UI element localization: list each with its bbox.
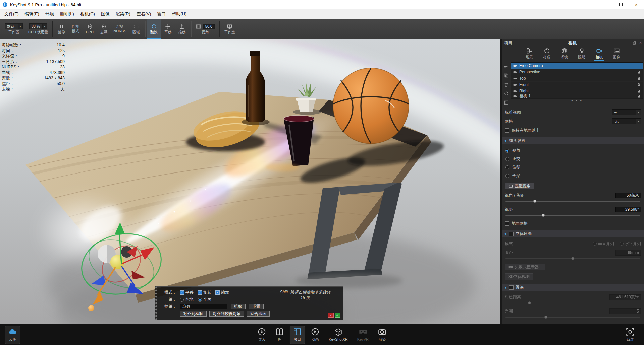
close-panel-icon[interactable]: × bbox=[639, 41, 642, 45]
confirm-button[interactable]: ✓ bbox=[335, 313, 340, 318]
lens-mode-radio[interactable]: 视角 bbox=[505, 148, 640, 153]
performance-mode-button[interactable]: 性能模式 bbox=[68, 19, 83, 39]
render-nurbs-button[interactable]: 渲染NURBS bbox=[111, 19, 129, 39]
pivot-input[interactable] bbox=[180, 304, 227, 309]
slider-handle[interactable] bbox=[533, 200, 536, 203]
camera-row[interactable]: Top bbox=[511, 75, 643, 82]
tab-environment[interactable]: 环境 bbox=[559, 47, 569, 61]
fov-slider[interactable] bbox=[505, 213, 640, 217]
workspace-selector[interactable]: 默认▾工作区 bbox=[2, 19, 25, 39]
menu-item[interactable]: 照明(L) bbox=[57, 10, 77, 18]
snap-button[interactable]: 贴合地面 bbox=[247, 311, 270, 317]
minimize-button[interactable] bbox=[598, 0, 613, 9]
camera-row[interactable]: 相机 1 bbox=[511, 94, 643, 98]
camera-row[interactable]: Front bbox=[511, 82, 643, 88]
focus-distance-slider[interactable] bbox=[505, 301, 640, 305]
tab-camera[interactable]: 相机 bbox=[594, 47, 604, 61]
dock-item-screenshot[interactable]: 截屏 bbox=[623, 326, 637, 344]
pause-button[interactable]: 暂停 bbox=[54, 19, 68, 39]
menu-item[interactable]: 图像 bbox=[98, 10, 113, 18]
slider-handle[interactable] bbox=[544, 316, 547, 319]
menu-item[interactable]: 渲染(R) bbox=[113, 10, 133, 18]
reset-camera-icon[interactable] bbox=[504, 91, 509, 97]
dof-enable-checkbox[interactable] bbox=[509, 285, 514, 290]
dock-item-project[interactable]: 项目 bbox=[290, 326, 305, 344]
aperture-slider[interactable] bbox=[505, 315, 640, 319]
mode-checkbox[interactable]: ✓旋转 bbox=[198, 290, 211, 295]
dock-item-keyvr[interactable]: KeyVR bbox=[354, 326, 372, 343]
lens-mode-radio[interactable]: 位移 bbox=[505, 164, 640, 170]
add-camera-icon[interactable] bbox=[504, 64, 509, 70]
camera-row[interactable]: Perspective bbox=[511, 69, 643, 75]
eye-distance-value[interactable]: 65mm bbox=[615, 250, 641, 256]
tab-material[interactable]: 材质 bbox=[542, 47, 551, 61]
stereo-view-button[interactable]: 3D立体视图 bbox=[505, 273, 533, 280]
stereo-mode-radio[interactable]: 垂直并列 bbox=[593, 241, 614, 247]
keep-above-ground-checkbox[interactable] bbox=[505, 128, 509, 133]
axis-radio[interactable]: 本地 bbox=[180, 297, 193, 302]
menu-item[interactable]: 相机(C) bbox=[77, 10, 98, 18]
dock-item-import[interactable]: 导入 bbox=[255, 326, 269, 344]
view-angle-value[interactable]: 50.0 bbox=[203, 24, 215, 29]
stereo-section-header[interactable]: ▼ 立体环绕 bbox=[502, 230, 644, 237]
menu-item[interactable]: 帮助(H) bbox=[169, 10, 190, 18]
tumble-button[interactable]: 翻滚 bbox=[147, 19, 161, 39]
camera-row[interactable]: Free Camera bbox=[511, 63, 643, 69]
snap-button[interactable]: 对齐到较低对象 bbox=[209, 311, 244, 317]
workspace-selector-dropdown[interactable]: 默认▾ bbox=[5, 23, 23, 29]
focus-distance-value[interactable]: 461.613毫米 bbox=[609, 294, 641, 300]
render-scene[interactable] bbox=[0, 39, 500, 324]
viewport[interactable]: 每秒帧数：10.4时间：12s采样值：9三角形：1,137,509NURBS：2… bbox=[0, 39, 500, 324]
tab-lighting[interactable]: 照明 bbox=[577, 47, 586, 61]
focal-value[interactable]: 50毫米 bbox=[615, 193, 641, 198]
mode-checkbox[interactable]: ✓平移 bbox=[180, 290, 194, 295]
list-resize-handle[interactable]: ● ● ● bbox=[511, 99, 643, 103]
dock-item-animation[interactable]: 动画 bbox=[308, 326, 322, 344]
lens-mode-radio[interactable]: 全景 bbox=[505, 173, 640, 179]
menu-item[interactable]: 环境 bbox=[42, 10, 57, 18]
fov-value[interactable]: 39.598° bbox=[615, 207, 641, 212]
float-panel-icon[interactable] bbox=[633, 41, 637, 45]
dock-item-render[interactable]: 渲染 bbox=[375, 326, 389, 344]
cpu-mode-button[interactable]: CPU bbox=[83, 19, 97, 39]
close-button[interactable]: × bbox=[629, 0, 644, 9]
snap-button[interactable]: 对齐到枢轴 bbox=[180, 311, 207, 317]
hmd-button[interactable]: 头戴式显示器 ▾ bbox=[505, 264, 545, 270]
axis-radio[interactable]: 全局 bbox=[198, 297, 211, 302]
cpu-usage-selector-dropdown[interactable]: 83 %▾ bbox=[29, 23, 47, 29]
studio-button[interactable]: 工作室 bbox=[221, 19, 238, 39]
grid-dropdown[interactable]: 无 ▾ bbox=[612, 118, 641, 124]
dolly-button[interactable]: 推移 bbox=[175, 19, 189, 39]
region-button[interactable]: 区域 bbox=[129, 19, 143, 39]
slider-handle[interactable] bbox=[571, 257, 574, 260]
cpu-usage-selector[interactable]: 83 %▾CPU 使用量 bbox=[25, 19, 51, 39]
delete-camera-icon[interactable] bbox=[504, 82, 509, 88]
maximize-button[interactable] bbox=[613, 0, 629, 9]
lens-mode-radio[interactable]: 正交 bbox=[505, 156, 640, 162]
dock-item-library[interactable]: 库 bbox=[272, 326, 287, 344]
menu-item[interactable]: 编辑(E) bbox=[22, 10, 42, 18]
aperture-value[interactable]: 5 bbox=[609, 308, 641, 314]
denoise-button[interactable]: 去噪 bbox=[97, 19, 111, 39]
dock-item-cloud-library[interactable]: 云库 bbox=[5, 326, 20, 344]
pick-button[interactable]: 拾取 bbox=[231, 304, 246, 309]
lens-settings-header[interactable]: ▼ 镜头设置 bbox=[502, 137, 644, 144]
save-camera-icon[interactable] bbox=[504, 100, 509, 106]
reset-button[interactable]: 重置 bbox=[249, 304, 264, 309]
menu-item[interactable]: 查看(V) bbox=[133, 10, 154, 18]
stereo-enable-checkbox[interactable] bbox=[509, 232, 514, 236]
tab-image[interactable]: 图像 bbox=[612, 47, 621, 61]
slider-handle[interactable] bbox=[542, 214, 545, 217]
dof-section-header[interactable]: ▼ 景深 bbox=[502, 284, 644, 291]
tab-scene[interactable]: 场景 bbox=[525, 47, 534, 61]
eye-distance-slider[interactable] bbox=[505, 257, 640, 261]
duplicate-camera-icon[interactable] bbox=[504, 73, 509, 79]
cancel-button[interactable]: × bbox=[328, 313, 334, 318]
match-view-button[interactable]: 匹配视角 bbox=[505, 183, 534, 189]
menu-item[interactable]: 窗口 bbox=[154, 10, 169, 18]
standard-view-dropdown[interactable]: – ▾ bbox=[612, 109, 641, 115]
view-angle-control[interactable]: 50.0视角 bbox=[193, 19, 218, 39]
slider-handle[interactable] bbox=[528, 301, 531, 304]
menu-item[interactable]: 文件(F) bbox=[1, 10, 22, 18]
ground-grid-checkbox[interactable] bbox=[505, 221, 509, 226]
